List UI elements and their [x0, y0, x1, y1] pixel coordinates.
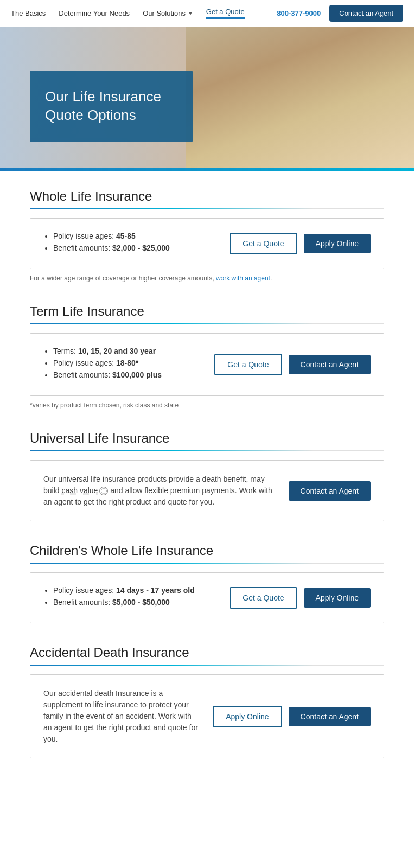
nav-determine-needs[interactable]: Determine Your Needs — [59, 9, 130, 17]
universal-life-actions: Contact an Agent — [289, 481, 371, 501]
childrens-whole-life-divider — [30, 563, 384, 564]
accidental-death-title: Accidental Death Insurance — [30, 645, 384, 660]
term-life-get-quote-button[interactable]: Get a Quote — [214, 354, 282, 375]
whole-life-list: Policy issue ages: 45-85 Benefit amounts… — [43, 232, 219, 252]
list-item: Benefit amounts: $5,000 - $50,000 — [53, 598, 219, 607]
term-life-info: Terms: 10, 15, 20 and 30 year Policy iss… — [43, 347, 203, 382]
cash-value-text: cash value — [61, 486, 98, 495]
term-life-contact-agent-button[interactable]: Contact an Agent — [289, 355, 371, 374]
work-with-agent-link[interactable]: work with an agent — [216, 275, 270, 282]
accidental-death-actions: Apply Online Contact an Agent — [213, 706, 371, 727]
term-life-title: Term Life Insurance — [30, 304, 384, 319]
universal-life-divider — [30, 450, 384, 451]
chevron-down-icon: ▼ — [188, 10, 193, 16]
nav-our-solutions[interactable]: Our Solutions ▼ — [143, 9, 193, 17]
accidental-death-contact-agent-button[interactable]: Contact an Agent — [289, 707, 371, 726]
accidental-death-info: Our accidental death Insurance is a supp… — [43, 688, 202, 745]
term-life-divider — [30, 323, 384, 324]
hero-image — [186, 27, 414, 168]
hero-overlay: Our Life Insurance Quote Options — [30, 71, 193, 142]
accidental-death-card: Our accidental death Insurance is a supp… — [30, 674, 384, 758]
whole-life-apply-online-button[interactable]: Apply Online — [304, 234, 371, 253]
nav-the-basics[interactable]: The Basics — [11, 9, 46, 17]
accidental-death-section: Accidental Death Insurance Our accidenta… — [30, 645, 384, 758]
whole-life-divider — [30, 208, 384, 209]
contact-agent-nav-button[interactable]: Contact an Agent — [329, 5, 403, 22]
navigation: The Basics Determine Your Needs Our Solu… — [0, 0, 414, 27]
hero-title: Our Life Insurance Quote Options — [45, 88, 177, 125]
main-content: Whole Life Insurance Policy issue ages: … — [0, 171, 414, 802]
nav-links: The Basics Determine Your Needs Our Solu… — [11, 8, 277, 19]
policy-ages-value: 14 days - 17 years old — [116, 586, 195, 595]
list-item: Policy issue ages: 18-80* — [53, 359, 203, 367]
universal-life-info: Our universal life insurance products pr… — [43, 474, 278, 508]
childrens-whole-life-actions: Get a Quote Apply Online — [230, 587, 371, 609]
childrens-whole-life-section: Children's Whole Life Insurance Policy i… — [30, 543, 384, 623]
terms-value: 10, 15, 20 and 30 year — [78, 347, 156, 355]
nav-get-a-quote[interactable]: Get a Quote — [206, 8, 245, 19]
universal-life-title: Universal Life Insurance — [30, 431, 384, 446]
benefit-amounts-value: $2,000 - $25,000 — [112, 244, 170, 252]
term-life-note: *varies by product term chosen, risk cla… — [30, 401, 384, 409]
universal-life-card: Our universal life insurance products pr… — [30, 460, 384, 521]
accidental-death-divider — [30, 665, 384, 666]
phone-number[interactable]: 800-377-9000 — [277, 9, 321, 17]
whole-life-note: For a wider age range of coverage or hig… — [30, 275, 384, 282]
whole-life-info: Policy issue ages: 45-85 Benefit amounts… — [43, 232, 219, 256]
childrens-apply-online-button[interactable]: Apply Online — [304, 588, 371, 608]
childrens-whole-life-info: Policy issue ages: 14 days - 17 years ol… — [43, 586, 219, 610]
term-life-section: Term Life Insurance Terms: 10, 15, 20 an… — [30, 304, 384, 409]
childrens-whole-life-card: Policy issue ages: 14 days - 17 years ol… — [30, 572, 384, 623]
whole-life-actions: Get a Quote Apply Online — [230, 233, 371, 254]
hero-section: Our Life Insurance Quote Options — [0, 27, 414, 168]
universal-life-contact-agent-button[interactable]: Contact an Agent — [289, 481, 371, 501]
person-photo — [186, 27, 414, 168]
whole-life-title: Whole Life Insurance — [30, 189, 384, 204]
childrens-whole-life-list: Policy issue ages: 14 days - 17 years ol… — [43, 586, 219, 607]
list-item: Policy issue ages: 14 days - 17 years ol… — [53, 586, 219, 595]
universal-life-section: Universal Life Insurance Our universal l… — [30, 431, 384, 521]
info-icon[interactable]: ⓘ — [99, 487, 108, 495]
policy-ages-value: 45-85 — [116, 232, 136, 240]
universal-life-description: Our universal life insurance products pr… — [43, 474, 278, 508]
childrens-whole-life-title: Children's Whole Life Insurance — [30, 543, 384, 558]
policy-ages-value: 18-80* — [116, 359, 138, 367]
benefit-amounts-value: $100,000 plus — [112, 371, 162, 379]
accidental-death-apply-online-button[interactable]: Apply Online — [213, 706, 282, 727]
list-item: Benefit amounts: $100,000 plus — [53, 371, 203, 379]
whole-life-section: Whole Life Insurance Policy issue ages: … — [30, 189, 384, 282]
accidental-death-description: Our accidental death Insurance is a supp… — [43, 688, 202, 745]
whole-life-card: Policy issue ages: 45-85 Benefit amounts… — [30, 218, 384, 269]
whole-life-get-quote-button[interactable]: Get a Quote — [230, 233, 297, 254]
term-life-list: Terms: 10, 15, 20 and 30 year Policy iss… — [43, 347, 203, 379]
benefit-amounts-value: $5,000 - $50,000 — [112, 598, 170, 607]
term-life-actions: Get a Quote Contact an Agent — [214, 354, 371, 375]
list-item: Policy issue ages: 45-85 — [53, 232, 219, 240]
list-item: Benefit amounts: $2,000 - $25,000 — [53, 244, 219, 252]
childrens-get-quote-button[interactable]: Get a Quote — [230, 587, 297, 609]
term-life-card: Terms: 10, 15, 20 and 30 year Policy iss… — [30, 333, 384, 396]
list-item: Terms: 10, 15, 20 and 30 year — [53, 347, 203, 355]
